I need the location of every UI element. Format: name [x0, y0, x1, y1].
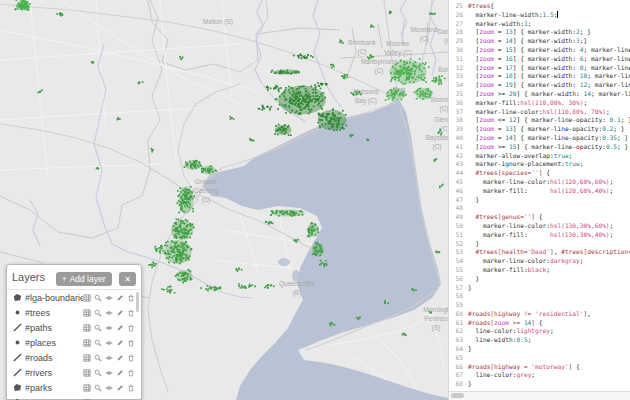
- editor-line: 40 [zoom = 14] { marker-line-opacity:0.3…: [449, 134, 630, 143]
- map-place-label: (C): [440, 125, 448, 133]
- close-panel-button[interactable]: ✕: [119, 272, 136, 286]
- edit-icon[interactable]: [116, 369, 124, 377]
- layer-row-water[interactable]: #water: [7, 395, 141, 400]
- edit-icon[interactable]: [116, 384, 124, 392]
- line-geometry-icon: [13, 323, 25, 332]
- table-icon[interactable]: [83, 339, 91, 347]
- editor-line: 56 }: [449, 275, 630, 284]
- map-place-label: (S): [432, 324, 441, 332]
- visibility-icon[interactable]: [105, 324, 113, 332]
- layers-scrollbar[interactable]: [136, 292, 139, 312]
- delete-icon[interactable]: [127, 369, 135, 377]
- layer-row-rivers[interactable]: #rivers: [7, 365, 141, 380]
- map-place-label: Peninsu: [424, 315, 448, 322]
- editor-line: 62 line-color:lightgrey;: [449, 327, 630, 336]
- editor-line: 38 [zoom <= 12] { marker-line-opacity: 0…: [449, 116, 630, 125]
- layers-panel-header: Layers +Add layer ✕: [7, 265, 141, 290]
- line-number: 30: [449, 46, 466, 55]
- map-place-label: Brimbank: [348, 39, 376, 46]
- zoom-to-layer-icon[interactable]: [94, 354, 102, 362]
- polygon-geometry-icon: [13, 293, 25, 302]
- layer-row-places[interactable]: #places: [7, 335, 141, 350]
- line-number: 67: [449, 371, 466, 380]
- map-place-label: Queenscliffe: [279, 280, 315, 288]
- edit-icon[interactable]: [116, 294, 124, 302]
- table-icon[interactable]: [83, 369, 91, 377]
- edit-icon[interactable]: [116, 324, 124, 332]
- line-number: 25: [449, 2, 466, 11]
- map-place-label: (C): [357, 48, 366, 56]
- line-number: 54: [449, 257, 466, 266]
- line-number: 52: [449, 240, 466, 249]
- map-place-label: (B): [293, 289, 302, 297]
- layer-row-roads[interactable]: #roads: [7, 350, 141, 365]
- table-icon[interactable]: [83, 384, 91, 392]
- layer-row-parks[interactable]: #parks: [7, 380, 141, 395]
- polygon-geometry-icon: [13, 383, 25, 392]
- table-icon[interactable]: [83, 354, 91, 362]
- map-place-label: Maribyrnong: [361, 58, 398, 66]
- visibility-icon[interactable]: [105, 369, 113, 377]
- delete-icon[interactable]: [127, 294, 135, 302]
- line-number: 45: [449, 178, 466, 187]
- editor-line: 52 }: [449, 240, 630, 249]
- add-layer-label: Add layer: [70, 274, 106, 284]
- zoom-to-layer-icon[interactable]: [94, 369, 102, 377]
- layer-name: #places: [25, 338, 83, 348]
- zoom-to-layer-icon[interactable]: [94, 309, 102, 317]
- visibility-icon[interactable]: [105, 309, 113, 317]
- editor-line: 33 [zoom = 18] { marker-width: 10; marke…: [449, 72, 630, 81]
- visibility-icon[interactable]: [105, 384, 113, 392]
- line-number: 60: [449, 310, 466, 319]
- delete-icon[interactable]: [127, 309, 135, 317]
- layer-row-paths[interactable]: #paths: [7, 320, 141, 335]
- edit-icon[interactable]: [116, 354, 124, 362]
- zoom-to-layer-icon[interactable]: [94, 324, 102, 332]
- editor-line: 49 #trees[genus=''] {: [449, 213, 630, 222]
- zoom-to-layer-icon[interactable]: [94, 294, 102, 302]
- zoom-to-layer-icon[interactable]: [94, 339, 102, 347]
- editor-line: 31 [zoom = 16] { marker-width: 6; marker…: [449, 55, 630, 64]
- layer-row-lga-boundaries[interactable]: #lga-boundaries: [7, 290, 141, 305]
- editor-line: 60#roads[highway != 'residential'],: [449, 310, 630, 319]
- layer-name: #parks: [25, 383, 83, 393]
- editor-line: 50 marker-line-color:hsl(130,30%,60%);: [449, 222, 630, 231]
- visibility-icon[interactable]: [105, 339, 113, 347]
- delete-icon[interactable]: [127, 384, 135, 392]
- editor-line: 29 [zoom = 14] { marker-width:3;}: [449, 37, 630, 46]
- editor-line: 63 line-width:0.5;: [449, 336, 630, 345]
- editor-hscrollbar-thumb[interactable]: [451, 393, 464, 398]
- add-layer-button[interactable]: +Add layer: [56, 272, 112, 286]
- delete-icon[interactable]: [127, 354, 135, 362]
- visibility-icon[interactable]: [105, 294, 113, 302]
- map-pane[interactable]: Melton (S)Brimbank(C)MooneeValley (C)Mor…: [0, 0, 448, 400]
- editor-line: 58: [449, 292, 630, 301]
- table-icon[interactable]: [83, 309, 91, 317]
- map-place-label: Darebin: [438, 28, 448, 35]
- edit-icon[interactable]: [116, 339, 124, 347]
- editor-hscrollbar[interactable]: [449, 391, 630, 400]
- line-number: 35: [449, 90, 466, 99]
- map-place-label: Moreland: [410, 26, 437, 33]
- zoom-to-layer-icon[interactable]: [94, 384, 102, 392]
- line-number: 46: [449, 187, 466, 196]
- code-editor[interactable]: 25#trees{26 marker-line-width:1.5;27 mar…: [448, 0, 630, 400]
- text-cursor: [557, 11, 558, 18]
- map-place-label: Morningt: [423, 306, 448, 314]
- visibility-icon[interactable]: [105, 354, 113, 362]
- line-geometry-icon: [13, 368, 25, 377]
- layer-row-trees[interactable]: #trees: [7, 305, 141, 320]
- line-number: 64: [449, 345, 466, 354]
- edit-icon[interactable]: [116, 309, 124, 317]
- line-number: 66: [449, 363, 466, 372]
- table-icon[interactable]: [83, 324, 91, 332]
- delete-icon[interactable]: [127, 324, 135, 332]
- delete-icon[interactable]: [127, 339, 135, 347]
- line-number: 29: [449, 37, 466, 46]
- editor-line: 67 line-color:grey;: [449, 371, 630, 380]
- editor-line: 47 }: [449, 196, 630, 205]
- map-place-label: Bay (C): [355, 97, 377, 105]
- editor-line: 45 marker-line-color:hsl(120,60%,60%);: [449, 178, 630, 187]
- table-icon[interactable]: [83, 294, 91, 302]
- editor-line: 26 marker-line-width:1.5;: [449, 11, 630, 20]
